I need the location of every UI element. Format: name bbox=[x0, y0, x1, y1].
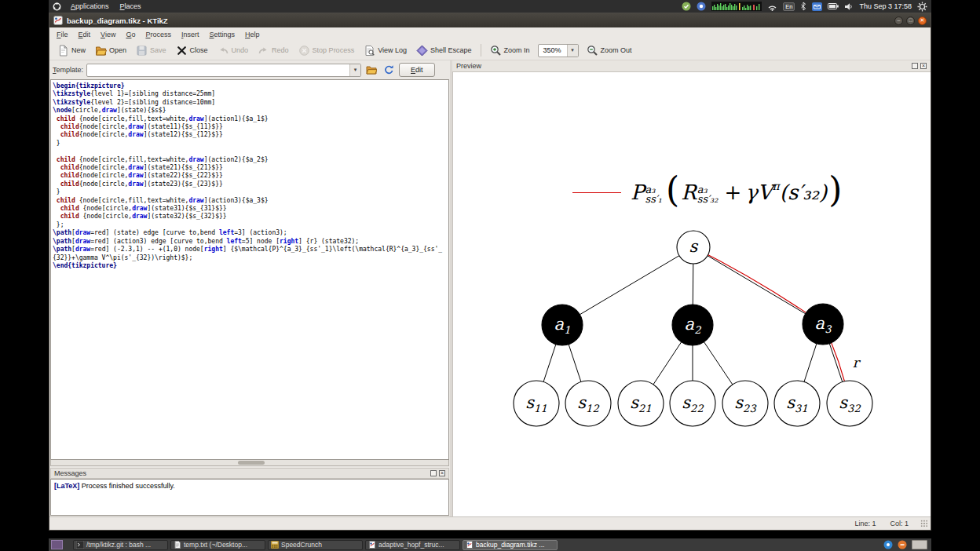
toolbar-label: Open bbox=[109, 46, 126, 54]
close-button[interactable]: ✕ bbox=[918, 16, 927, 25]
toolbar-label: Stop Process bbox=[313, 46, 355, 54]
edge-state-action1 bbox=[562, 247, 693, 325]
log-prefix: [LaTeX] bbox=[54, 482, 79, 490]
applications-menu[interactable]: Applications bbox=[69, 2, 111, 10]
preview-close-icon[interactable]: × bbox=[920, 63, 927, 69]
toolbar-label: View Log bbox=[378, 46, 407, 54]
places-menu[interactable]: Places bbox=[119, 2, 143, 10]
tray-applet[interactable] bbox=[912, 540, 927, 549]
gear-icon[interactable] bbox=[917, 2, 927, 12]
window-title: backup_diagram.tikz - KTikZ bbox=[67, 16, 168, 25]
combobox-arrow-icon[interactable]: ▾ bbox=[567, 45, 578, 57]
editor-horizontal-scrollbar[interactable] bbox=[50, 460, 449, 466]
volume-icon[interactable] bbox=[844, 2, 854, 11]
minimize-button[interactable]: – bbox=[894, 16, 903, 25]
ktikz-icon bbox=[466, 541, 474, 549]
ktikz-window: backup_diagram.tikz - KTikZ – □ ✕ FileEd… bbox=[49, 13, 931, 531]
menu-view[interactable]: View bbox=[101, 31, 115, 38]
toolbar-close-button[interactable]: Close bbox=[172, 43, 212, 58]
open-icon bbox=[95, 45, 107, 57]
panel-clock[interactable]: Thu Sep 3 17:58 bbox=[859, 2, 912, 10]
tray-chat-icon[interactable] bbox=[883, 540, 893, 549]
taskbar-item-adaptive-hopf-struc-[interactable]: adaptive_hopf_struc... bbox=[365, 540, 460, 550]
code-editor[interactable]: \begin{tikzpicture}\tikzstyle{level 1}=[… bbox=[50, 79, 449, 460]
code-line: child {node[circle,fill,text=white,draw]… bbox=[53, 115, 448, 123]
code-line: \path[draw=red] (-2.3,1) -- +(1,0) node[… bbox=[53, 246, 448, 262]
template-reload-button[interactable] bbox=[382, 63, 396, 77]
keyboard-layout-indicator[interactable]: En bbox=[783, 2, 795, 11]
menu-settings[interactable]: Settings bbox=[210, 31, 236, 38]
toolbar-zoom-out-button[interactable]: Zoom Out bbox=[583, 43, 636, 58]
toolbar-new-button[interactable]: New bbox=[53, 43, 90, 58]
code-line: \node[circle,draw](state){$s$} bbox=[53, 107, 448, 115]
code-line: \tikzstyle{level 1}=[sibling distance=25… bbox=[53, 90, 448, 98]
zoom-out-icon bbox=[587, 45, 598, 57]
menu-help[interactable]: Help bbox=[245, 31, 260, 38]
formula: P a₃ss′₁ ( R a₃ss′₃₂ + γV π (s′₃₂) ) bbox=[572, 171, 843, 213]
toolbar-zoom-in-button[interactable]: Zoom In bbox=[486, 43, 534, 58]
menu-go[interactable]: Go bbox=[126, 31, 135, 38]
menu-file[interactable]: File bbox=[57, 31, 68, 38]
toolbar-view-log-button[interactable]: View Log bbox=[360, 43, 411, 58]
taskbar-item-label: adaptive_hopf_struc... bbox=[378, 541, 444, 549]
text-file-icon bbox=[174, 541, 181, 549]
toolbar-open-button[interactable]: Open bbox=[91, 43, 130, 58]
diagram-label-state: s bbox=[689, 237, 699, 256]
code-line: child {node[circle,draw](state31){$s_{31… bbox=[53, 205, 448, 213]
taskbar-item-speedcrunch[interactable]: SpeedCrunch bbox=[268, 540, 363, 550]
system-monitor-icon[interactable] bbox=[711, 2, 762, 11]
template-combobox[interactable]: ▾ bbox=[86, 64, 361, 77]
template-dropdown-arrow-icon[interactable]: ▾ bbox=[349, 64, 360, 76]
editor-pane: Template: ▾ Edit \begin{tikzpicture}\tik… bbox=[49, 60, 450, 516]
app-icon bbox=[53, 16, 63, 25]
toolbar-label: Undo bbox=[232, 46, 249, 54]
taskbar-item-temp-txt-desktop-[interactable]: temp.txt (~/Desktop... bbox=[170, 540, 265, 550]
code-line: } bbox=[53, 140, 448, 148]
code-line: \begin{tikzpicture} bbox=[53, 82, 448, 90]
taskbar-item-label: /tmp/ktikz.git : bash ... bbox=[86, 541, 151, 549]
template-open-folder-button[interactable] bbox=[364, 63, 378, 77]
redo-icon bbox=[258, 45, 269, 57]
toolbar-shell-escape-button[interactable]: Shell Escape bbox=[412, 43, 476, 58]
formula-gammaV: γV bbox=[745, 181, 772, 204]
menu-edit[interactable]: Edit bbox=[79, 31, 91, 38]
zoom-level-combobox[interactable]: 350%▾ bbox=[538, 44, 579, 57]
code-line: \path[draw=red] (state) edge [curve to,b… bbox=[53, 229, 448, 237]
preview-float-icon[interactable] bbox=[912, 63, 918, 69]
menu-insert[interactable]: Insert bbox=[181, 31, 199, 38]
resize-grip[interactable] bbox=[920, 520, 928, 527]
scrollbar-thumb[interactable] bbox=[238, 461, 265, 465]
formula-P: P bbox=[631, 181, 645, 204]
toolbar-save-button: Save bbox=[132, 43, 170, 58]
taskbar-item-label: backup_diagram.tikz ... bbox=[476, 541, 544, 549]
maximize-button[interactable]: □ bbox=[906, 16, 915, 25]
battery-icon[interactable] bbox=[828, 3, 839, 9]
menu-process[interactable]: Process bbox=[145, 31, 171, 38]
edge-state-action3 bbox=[693, 247, 823, 324]
toolbar-label: Close bbox=[190, 46, 208, 54]
bluetooth-icon[interactable] bbox=[800, 2, 806, 11]
ubuntu-logo-icon[interactable] bbox=[53, 2, 61, 11]
updates-icon[interactable] bbox=[682, 2, 691, 11]
workspace-switcher[interactable] bbox=[51, 540, 63, 549]
status-line: Line: 1 bbox=[854, 520, 876, 527]
template-bar: Template: ▾ Edit bbox=[49, 60, 450, 79]
messages-float-icon[interactable] bbox=[430, 470, 437, 476]
view-log-icon bbox=[364, 45, 375, 57]
messages-close-icon[interactable]: × bbox=[439, 470, 445, 476]
formula-pi-superscript: π bbox=[773, 180, 780, 192]
titlebar[interactable]: backup_diagram.tikz - KTikZ – □ ✕ bbox=[49, 13, 931, 27]
formula-argument: (s′₃₂) bbox=[780, 181, 827, 204]
mail-icon[interactable] bbox=[812, 2, 822, 11]
new-icon bbox=[57, 45, 69, 57]
template-edit-button[interactable]: Edit bbox=[399, 63, 435, 77]
wifi-icon[interactable] bbox=[767, 2, 777, 11]
taskbar-item-label: temp.txt (~/Desktop... bbox=[184, 541, 247, 549]
taskbar-item--tmp-ktikz-git-bash-[interactable]: /tmp/ktikz.git : bash ... bbox=[73, 540, 168, 550]
user-status-icon[interactable] bbox=[697, 2, 706, 11]
toolbar-undo-button: Undo bbox=[214, 43, 253, 58]
statusbar: Line: 1 Col: 1 bbox=[49, 516, 931, 530]
code-line: \path[draw=red] (action3) edge [curve to… bbox=[53, 238, 448, 246]
taskbar-item-backup-diagram-tikz-[interactable]: backup_diagram.tikz ... bbox=[463, 540, 558, 550]
tray-notification-icon[interactable] bbox=[898, 540, 907, 549]
